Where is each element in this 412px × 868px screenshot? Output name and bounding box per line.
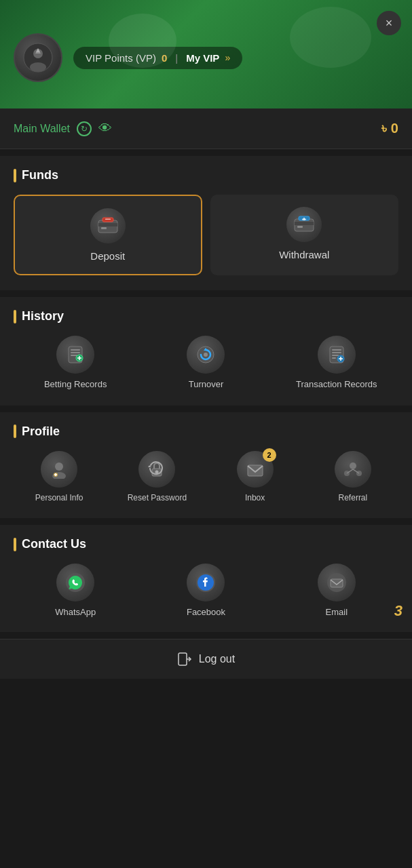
svg-point-2 [30,62,46,72]
referral-item[interactable]: Referral [307,451,398,504]
history-title: History [14,309,398,323]
inbox-item[interactable]: 2 Inbox [210,451,301,504]
wallet-section: Main Wallet ↻ 👁 ৳ 0 [0,108,412,149]
whatsapp-icon [56,564,94,601]
vip-divider: | [175,52,178,64]
transaction-records-icon [318,336,356,374]
funds-grid: Deposit Withdrawal [14,195,398,275]
svg-rect-11 [295,222,314,225]
svg-rect-53 [179,653,187,665]
turnover-label: Turnover [189,379,224,391]
logout-door-icon [177,652,192,667]
withdrawal-icon [286,207,322,242]
contact-grid: WhatsApp Facebook Email [14,564,398,617]
referral-icon [335,451,371,488]
contact-title: Contact Us [14,537,398,551]
corner-number: 3 [394,602,402,620]
whatsapp-label: WhatsApp [55,607,96,617]
my-vip-label: My VIP [186,52,219,64]
turnover-icon [187,336,225,374]
svg-rect-17 [71,349,80,351]
personal-info-icon [41,451,77,488]
logout-label: Log out [199,653,235,665]
wallet-amount: ৳ 0 [381,121,398,136]
transaction-records-label: Transaction Records [296,379,377,391]
deposit-icon [90,208,126,243]
close-button[interactable]: × [377,11,401,35]
decorative-blob-2 [290,7,371,68]
svg-rect-19 [71,355,77,356]
svg-rect-27 [332,349,341,351]
profile-title-bar [14,425,16,438]
svg-rect-6 [98,223,117,226]
svg-point-25 [204,353,208,357]
svg-rect-28 [332,352,341,353]
contact-section: Contact Us WhatsApp Facebook [0,525,412,632]
svg-rect-12 [297,226,303,228]
email-icon [318,564,356,601]
profile-grid: Personal Info Reset Password 2 [14,451,398,504]
transaction-records-item[interactable]: Transaction Records [275,336,398,391]
facebook-item[interactable]: Facebook [144,564,267,617]
svg-point-43 [350,462,356,469]
reset-password-label: Reset Password [128,493,187,504]
history-grid: Betting Records Turnover [14,336,398,391]
header-banner: × VIP Points (VP) 0 | My VIP » [0,0,412,108]
inbox-badge: 2 [263,448,276,462]
deposit-item[interactable]: Deposit [14,195,202,275]
facebook-label: Facebook [187,607,225,617]
svg-rect-52 [331,579,343,587]
referral-label: Referral [339,493,368,504]
svg-rect-29 [332,355,339,356]
svg-point-34 [55,462,63,471]
withdrawal-item[interactable]: Withdrawal [210,195,399,275]
wallet-label: Main Wallet [14,123,70,135]
betting-records-item[interactable]: Betting Records [14,336,137,391]
svg-rect-9 [105,219,111,220]
wallet-refresh-icon[interactable]: ↻ [77,121,92,136]
inbox-icon: 2 [237,451,274,488]
email-item[interactable]: Email [275,564,398,617]
decorative-blob-1 [109,14,176,68]
history-title-bar [14,310,16,323]
personal-info-item[interactable]: Personal Info [14,451,105,504]
facebook-icon [187,564,225,601]
inbox-label: Inbox [245,493,265,504]
wallet-eye-icon[interactable]: 👁 [98,121,112,136]
avatar [14,33,62,82]
logout-bar[interactable]: ⬛→ Log out [0,639,412,679]
turnover-item[interactable]: Turnover [144,336,267,391]
reset-password-icon [138,451,175,488]
deposit-label: Deposit [90,250,125,262]
svg-rect-30 [332,357,336,359]
betting-records-icon [56,336,94,374]
svg-rect-42 [248,465,263,476]
reset-password-item[interactable]: Reset Password [111,451,202,504]
betting-records-label: Betting Records [44,379,107,391]
svg-rect-7 [101,227,107,229]
email-label: Email [326,607,348,617]
funds-title-bar [14,169,16,182]
whatsapp-item[interactable]: WhatsApp [14,564,137,617]
wallet-label-group: Main Wallet ↻ 👁 [14,121,112,136]
history-section: History Betting Records [0,297,412,406]
contact-title-bar [14,538,16,551]
personal-info-label: Personal Info [35,493,83,504]
funds-section: Funds Deposit [0,156,412,290]
profile-title: Profile [14,425,398,439]
withdrawal-label: Withdrawal [279,249,329,260]
funds-title: Funds [14,168,398,182]
profile-section: Profile Personal Info [0,412,412,519]
my-vip-arrows: » [225,52,230,63]
svg-rect-18 [71,352,80,353]
